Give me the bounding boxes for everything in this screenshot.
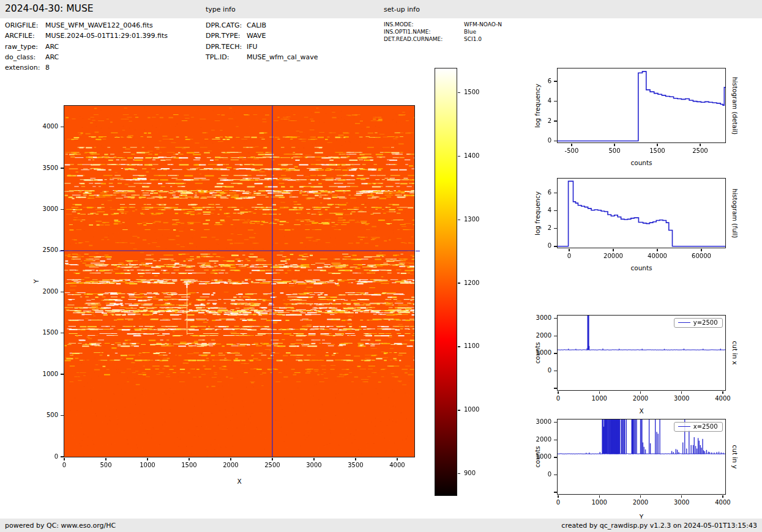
panel-title-cut-in-x: cut in x [731,341,739,364]
axis-tick [554,141,557,141]
axis-tick-label: 0 [521,242,551,249]
header-bar [0,0,762,18]
footer-left-text: powered by QC: www.eso.org/HC [5,522,116,530]
axis-tick [722,495,723,498]
axis-tick-label: 0 [521,137,551,144]
field-value: ARC [45,43,59,51]
axis-tick [558,391,558,394]
axis-tick-label: 2000 [622,395,659,402]
axis-tick [558,495,558,498]
axis-tick-label: 20000 [595,253,632,259]
colorbar-tick [458,473,461,474]
field-value: 8 [45,64,50,72]
axis-tick-label: 3000 [663,499,700,506]
type-info-row: TPL.ID:MUSE_wfm_cal_wave [206,52,318,62]
axis-tick [640,391,641,394]
y-axis-label: Y [32,279,40,283]
colorbar-tick-label: 900 [464,470,488,476]
axis-tick-label: 500 [88,462,124,468]
axis-tick-label: 2 [521,117,551,124]
axis-tick [571,144,572,147]
colorbar-tick [458,410,461,410]
axis-tick [61,168,64,168]
axis-tick [355,458,356,461]
colorbar-tick-label: 1500 [464,89,488,95]
axis-tick [554,101,557,102]
colorbar-tick [458,283,461,283]
axis-tick-label: 0 [521,367,551,374]
axis-tick [61,127,64,127]
axis-tick [722,391,723,394]
axis-tick-label: 2000 [521,436,551,443]
axis-tick [554,193,557,193]
axis-tick-label: 3000 [296,462,332,468]
axis-tick [554,81,557,81]
axis-tick [554,353,557,353]
axis-tick [554,336,557,336]
file-info-block: ORIGFILE:MUSE_WFM_WAVE122_0046.fits ARCF… [5,20,168,73]
legend-line-sample [678,322,690,323]
axis-tick-label: 2000 [622,499,659,506]
axis-tick [554,492,557,492]
field-label: DET.READ.CURNAME: [384,35,464,43]
axis-tick [272,458,272,461]
x-axis-label: X [639,407,643,415]
axis-tick [61,333,64,333]
axis-tick [397,458,397,461]
axis-tick [613,249,613,252]
field-value: WFM-NOAO-N [464,21,502,28]
axis-tick-label: 4000 [379,462,416,468]
axis-tick-label: 6 [521,78,551,84]
axis-tick [554,120,557,121]
field-value: CALIB [247,21,266,29]
histogram-full-canvas [558,179,725,248]
panel-title-cut-in-y: cut in y [731,445,739,468]
axis-tick-label: 3500 [337,462,374,468]
axis-tick-label: 500 [596,147,633,154]
cut-in-y-plot: x=2500 [557,419,726,495]
x-axis-label: X [237,478,241,485]
field-label: INS.OPTI1.NAME: [384,28,464,35]
field-label: INS.MODE: [384,21,464,28]
axis-tick-label: 1000 [129,462,166,468]
file-info-row: raw_type:ARC [5,42,168,52]
axis-tick [554,440,557,440]
field-value: SCI1.0 [464,36,482,42]
axis-tick-label: 1000 [521,349,551,356]
field-label: DPR.TYPE: [206,31,247,41]
axis-tick-label: 40000 [639,253,676,259]
axis-tick [554,246,557,246]
setup-info-row: INS.MODE:WFM-NOAO-N [384,21,502,28]
qc-report-page: 2024-04-30: MUSE type info set-up info O… [0,0,762,532]
cut-in-x-plot: y=2500 [557,315,726,391]
crosshair-line-extension [59,251,64,251]
legend-line-sample [678,426,690,427]
histogram-detail-canvas [558,68,725,142]
axis-tick [105,458,106,461]
axis-tick-label: 0 [551,253,588,259]
axis-tick-label: 4000 [28,123,58,130]
axis-tick [554,475,557,475]
footer-right-text: created by qc_rawdisp.py v1.2.3 on 2024-… [561,522,757,530]
axis-tick-label: 2500 [28,246,58,253]
axis-tick [61,209,64,210]
type-info-block: DPR.CATG:CALIB DPR.TYPE:WAVE DPR.TECH:IF… [206,20,318,62]
colorbar-tick [458,156,461,157]
colorbar [435,68,457,496]
setup-info-block: INS.MODE:WFM-NOAO-N INS.OPTI1.NAME:Blue … [384,21,502,43]
axis-tick [189,458,189,461]
field-value: ARC [45,53,59,61]
type-info-row: DPR.TYPE:WAVE [206,31,318,41]
field-value: MUSE_wfm_cal_wave [247,53,318,61]
axis-tick-label: 60000 [683,253,720,259]
legend-cut-in-y: x=2500 [674,422,723,432]
axis-tick [230,458,231,461]
axis-tick [554,457,557,457]
axis-tick-label: 1000 [581,395,618,402]
axis-tick-label: 2500 [682,147,719,154]
field-value: MUSE.2024-05-01T11:29:01.399.fits [45,32,168,40]
field-value: WAVE [247,32,266,40]
axis-tick-label: 0 [540,395,577,402]
axis-tick [313,458,314,461]
colorbar-tick [458,92,461,93]
